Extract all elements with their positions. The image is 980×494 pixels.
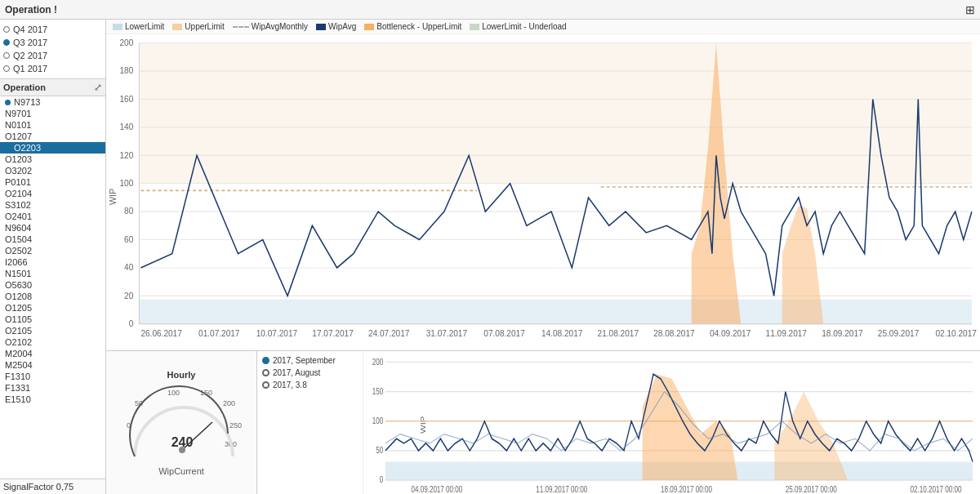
- svg-text:WIP: WIP: [109, 189, 118, 205]
- quarter-q4[interactable]: Q4 2017: [3, 23, 102, 36]
- gauge-wrapper: 0 50 100 150 200 250 300: [118, 383, 245, 465]
- svg-text:31.07.2017: 31.07.2017: [426, 329, 468, 338]
- operation-item-o3202[interactable]: O3202: [0, 165, 105, 176]
- op-label: O2104: [5, 189, 32, 198]
- hourly-dot: [262, 369, 270, 376]
- chart-legend: LowerLimitUpperLimitWipAvgMonthlyWipAvgB…: [106, 20, 980, 34]
- svg-text:250: 250: [229, 421, 242, 429]
- svg-text:200: 200: [119, 38, 133, 47]
- legend-label: Bottleneck - UpperLimit: [376, 22, 461, 31]
- op-label: O1105: [5, 314, 32, 324]
- op-label: O2102: [5, 337, 32, 347]
- svg-text:02.10.2017: 02.10.2017: [935, 329, 977, 338]
- hourly-content: 2017, September2017, August2017, 3.8 WIP…: [257, 351, 980, 494]
- legend-color: [470, 24, 479, 30]
- hourly-legend-item[interactable]: 2017, September: [262, 356, 358, 365]
- operation-item-n9604[interactable]: N9604: [0, 222, 105, 234]
- svg-text:26.06.2017: 26.06.2017: [140, 329, 182, 338]
- operation-item-o1105[interactable]: O1105: [0, 314, 105, 325]
- quarters-section: Q4 2017 Q3 2017 Q2 2017 Q1 2017: [0, 20, 105, 79]
- svg-text:100: 100: [372, 416, 383, 425]
- hourly-legend-label: 2017, August: [273, 368, 320, 377]
- quarter-dot: [3, 65, 10, 72]
- operation-item-o1203[interactable]: O1203: [0, 154, 105, 165]
- operation-item-o2203[interactable]: O2203: [0, 142, 105, 154]
- svg-text:10.07.2017: 10.07.2017: [256, 329, 298, 338]
- hourly-legend-label: 2017, September: [273, 356, 336, 365]
- operation-item-f1310[interactable]: F1310: [0, 371, 105, 382]
- expand-icon[interactable]: ⊞: [965, 3, 975, 16]
- svg-rect-26: [139, 43, 972, 184]
- legend-color: [113, 24, 122, 30]
- operation-item-o1504[interactable]: O1504: [0, 234, 105, 245]
- operation-item-o2401[interactable]: O2401: [0, 211, 105, 222]
- op-label: O2203: [14, 143, 41, 153]
- svg-text:WIP: WIP: [419, 416, 427, 434]
- legend-color: [172, 24, 182, 30]
- hourly-legend-label: 2017, 3.8: [273, 381, 307, 389]
- legend-label: LowerLimit - Underload: [482, 22, 566, 31]
- operation-item-o2502[interactable]: O2502: [0, 245, 105, 256]
- operation-item-n1501[interactable]: N1501: [0, 268, 105, 279]
- svg-text:200: 200: [223, 399, 235, 407]
- sidebar: Q4 2017 Q3 2017 Q2 2017 Q1 2017 O: [0, 20, 106, 494]
- gauge-label: WipCurrent: [158, 466, 204, 476]
- legend-item: LowerLimit: [113, 22, 164, 31]
- gauge-area: Hourly 0 50 100 150 200 250 300: [106, 351, 257, 494]
- operation-item-s3102[interactable]: S3102: [0, 199, 105, 211]
- operation-item-m2504[interactable]: M2504: [0, 359, 105, 371]
- operation-expand-icon[interactable]: ⤢: [94, 82, 102, 93]
- svg-text:11.09.2017 00:00: 11.09.2017 00:00: [536, 485, 587, 494]
- op-label: O2401: [5, 211, 32, 221]
- op-label: O1205: [5, 303, 32, 313]
- svg-text:17.07.2017: 17.07.2017: [312, 329, 354, 338]
- svg-text:02.10.2017 00:00: 02.10.2017 00:00: [911, 485, 962, 494]
- operation-item-o5630[interactable]: O5630: [0, 279, 105, 291]
- hourly-legend-item[interactable]: 2017, 3.8: [262, 381, 358, 389]
- quarter-q1[interactable]: Q1 2017: [3, 62, 102, 75]
- op-label: F1331: [5, 383, 30, 393]
- operation-item-i2066[interactable]: I2066: [0, 256, 105, 268]
- upper-chart-area: WIP 0 20 40 60 80: [106, 34, 980, 351]
- main-right: LowerLimitUpperLimitWipAvgMonthlyWipAvgB…: [106, 20, 980, 494]
- op-label: O1208: [5, 292, 32, 301]
- svg-text:100: 100: [167, 389, 180, 397]
- operation-item-n0101[interactable]: N0101: [0, 119, 105, 131]
- legend-color: [316, 24, 326, 30]
- op-label: O2105: [5, 326, 32, 336]
- op-label: P0101: [5, 177, 31, 187]
- op-label: E1510: [5, 394, 31, 404]
- op-label: N0101: [5, 120, 31, 130]
- operation-item-m2004[interactable]: M2004: [0, 348, 105, 359]
- operation-item-n9713[interactable]: N9713: [0, 96, 105, 108]
- legend-label: UpperLimit: [185, 22, 224, 31]
- operation-section: Operation ⤢ N9713N9701N0101O1207O2203O12…: [0, 79, 105, 478]
- svg-rect-25: [139, 300, 972, 324]
- legend-color: [364, 24, 374, 30]
- op-label: M2504: [5, 360, 33, 370]
- operation-item-e1510[interactable]: E1510: [0, 394, 105, 405]
- operation-item-n9701[interactable]: N9701: [0, 108, 105, 119]
- operation-item-o2104[interactable]: O2104: [0, 188, 105, 199]
- svg-text:18.09.2017 00:00: 18.09.2017 00:00: [661, 485, 712, 494]
- operation-list[interactable]: N9713N9701N0101O1207O2203O1203O3202P0101…: [0, 96, 105, 478]
- top-bar: Operation ! ⊞: [0, 0, 980, 20]
- quarter-q3[interactable]: Q3 2017: [3, 36, 102, 49]
- operation-item-o2102[interactable]: O2102: [0, 336, 105, 348]
- operation-item-o1208[interactable]: O1208: [0, 291, 105, 302]
- svg-text:01.07.2017: 01.07.2017: [198, 329, 240, 338]
- hourly-legend: 2017, September2017, August2017, 3.8: [257, 351, 363, 494]
- quarter-q2[interactable]: Q2 2017: [3, 49, 102, 62]
- operation-item-o2105[interactable]: O2105: [0, 325, 105, 336]
- operation-item-f1331[interactable]: F1331: [0, 382, 105, 394]
- operation-item-o1205[interactable]: O1205: [0, 302, 105, 314]
- op-label: S3102: [5, 200, 31, 210]
- operation-item-o1207[interactable]: O1207: [0, 131, 105, 142]
- hourly-legend-item[interactable]: 2017, August: [262, 368, 358, 377]
- operation-item-p0101[interactable]: P0101: [0, 176, 105, 188]
- svg-text:18.09.2017: 18.09.2017: [822, 329, 863, 338]
- op-label: N1501: [5, 269, 31, 278]
- op-label: O2502: [5, 246, 32, 256]
- svg-text:07.08.2017: 07.08.2017: [483, 329, 525, 338]
- quarter-dot: [3, 26, 10, 33]
